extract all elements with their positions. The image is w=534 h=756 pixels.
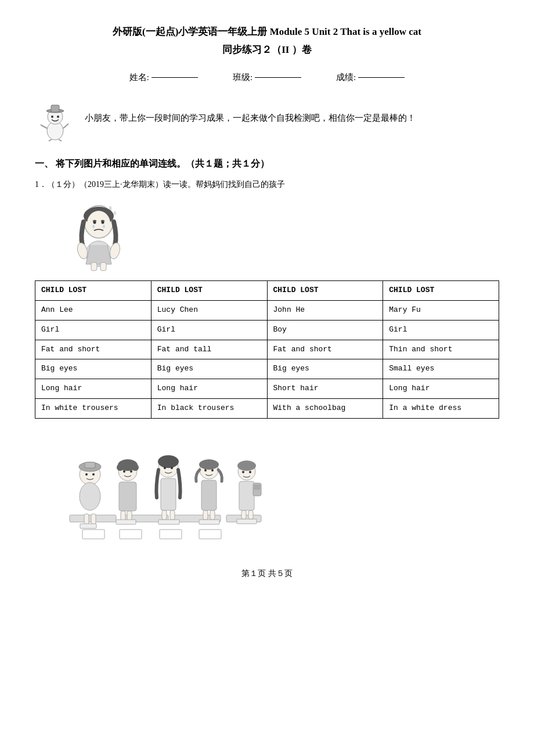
table-cell-2-1: Girl	[151, 320, 267, 340]
table-cell-5-1: Long hair	[151, 379, 267, 399]
table-cell-3-3: Thin and short	[383, 340, 499, 359]
table-cell-6-3: In a white dress	[383, 398, 499, 418]
class-field: 班级:	[233, 70, 301, 84]
svg-point-54	[171, 467, 173, 469]
svg-rect-55	[161, 478, 176, 510]
svg-rect-57	[170, 510, 175, 520]
svg-point-18	[87, 211, 110, 236]
children-group-image	[58, 428, 267, 544]
table-cell-5-3: Long hair	[383, 379, 499, 399]
name-label: 姓名:	[129, 70, 149, 84]
svg-rect-26	[91, 262, 97, 271]
svg-point-43	[117, 464, 124, 471]
name-field: 姓名:	[129, 70, 198, 84]
table-cell-1-1: Lucy Chen	[151, 300, 267, 320]
table-cell-2-0: Girl	[35, 320, 151, 340]
table-cell-5-2: Short hair	[267, 379, 383, 399]
svg-rect-76	[237, 519, 257, 524]
table-cell-0-3: CHILD LOST	[383, 281, 499, 301]
svg-point-37	[80, 483, 100, 510]
svg-rect-27	[100, 262, 106, 271]
svg-rect-73	[254, 485, 260, 489]
mascot-icon	[35, 102, 75, 142]
table-cell-4-2: Big eyes	[267, 359, 383, 379]
section1-title: 一、 将下列图片和相应的单词连线。（共１题；共１分）	[35, 156, 269, 171]
table-cell-1-0: Ann Lee	[35, 300, 151, 320]
table-row: GirlGirlBoyGirl	[35, 320, 499, 340]
svg-point-60	[199, 459, 219, 470]
table-cell-6-2: With a schoolbag	[267, 398, 383, 418]
svg-rect-78	[120, 530, 142, 539]
table-cell-5-0: Long hair	[35, 379, 151, 399]
svg-rect-75	[248, 510, 253, 519]
svg-point-46	[130, 470, 132, 473]
svg-point-69	[242, 471, 244, 473]
svg-point-20	[102, 221, 104, 224]
table-row: Ann LeeLucy ChenJohn HeMary Fu	[35, 300, 499, 320]
table-cell-3-0: Fat and short	[35, 340, 151, 359]
svg-point-44	[132, 464, 139, 471]
table-cell-3-1: Fat and tall	[151, 340, 267, 359]
svg-rect-56	[162, 510, 167, 520]
lost-child-image	[58, 196, 139, 271]
table-row: CHILD LOSTCHILD LOSTCHILD LOSTCHILD LOST	[35, 281, 499, 301]
table-cell-1-3: Mary Fu	[383, 300, 499, 320]
svg-rect-79	[160, 530, 182, 539]
svg-rect-80	[199, 530, 221, 539]
svg-rect-74	[241, 510, 246, 519]
page-title: 外研版(一起点)小学英语一年级上册 Module 5 Unit 2 That i…	[35, 23, 499, 59]
table-cell-1-2: John He	[267, 300, 383, 320]
svg-rect-39	[91, 514, 96, 524]
svg-point-4	[51, 116, 53, 118]
svg-point-45	[123, 470, 125, 473]
table-cell-4-1: Big eyes	[151, 359, 267, 379]
table-cell-0-1: CHILD LOST	[151, 281, 267, 301]
svg-rect-64	[203, 510, 208, 520]
question1-label: 1．（１分）（2019三上·龙华期末）读一读。帮妈妈们找到自己的孩子	[35, 178, 499, 191]
svg-point-70	[249, 471, 251, 473]
svg-rect-38	[84, 514, 89, 524]
svg-line-7	[63, 124, 68, 128]
svg-rect-34	[85, 462, 95, 468]
svg-point-68	[237, 460, 256, 471]
table-row: Big eyesBig eyesBig eyesSmall eyes	[35, 359, 499, 379]
svg-point-13	[114, 211, 116, 215]
table-row: In white trousersIn black trousersWith a…	[35, 398, 499, 418]
class-underline	[255, 77, 301, 78]
page-footer: 第１页 共５页	[35, 567, 499, 580]
student-info-section: 姓名: 班级: 成绩:	[35, 70, 499, 84]
table-cell-3-2: Fat and short	[267, 340, 383, 359]
svg-rect-63	[201, 480, 217, 510]
svg-point-52	[158, 455, 179, 468]
svg-rect-40	[80, 524, 96, 528]
svg-point-53	[164, 467, 166, 469]
footer-text: 第１页 共５页	[241, 569, 293, 578]
svg-rect-47	[119, 482, 136, 511]
svg-point-5	[57, 116, 59, 118]
svg-rect-71	[239, 481, 254, 510]
svg-rect-77	[82, 530, 104, 539]
score-field: 成绩:	[336, 70, 405, 84]
svg-rect-58	[158, 520, 179, 524]
svg-point-19	[93, 221, 96, 224]
mascot-section: 小朋友，带上你一段时间的学习成果，一起来做个自我检测吧，相信你一定是最棒的！	[35, 102, 499, 142]
svg-line-8	[49, 139, 52, 141]
svg-rect-65	[210, 510, 215, 520]
title-line1: 外研版(一起点)小学英语一年级上册 Module 5 Unit 2 That i…	[35, 23, 499, 41]
score-underline	[358, 77, 405, 78]
title-line2: 同步练习２（II ）卷	[35, 41, 499, 59]
table-cell-2-3: Girl	[383, 320, 499, 340]
svg-point-22	[103, 225, 105, 228]
section1-header: 一、 将下列图片和相应的单词连线。（共１题；共１分）	[35, 156, 499, 171]
svg-rect-3	[51, 105, 59, 112]
table-cell-4-3: Small eyes	[383, 359, 499, 379]
svg-point-62	[211, 469, 214, 471]
svg-rect-48	[121, 511, 125, 520]
table-cell-0-2: CHILD LOST	[267, 281, 383, 301]
table-row: Long hairLong hairShort hairLong hair	[35, 379, 499, 399]
score-label: 成绩:	[336, 70, 356, 84]
mascot-message: 小朋友，带上你一段时间的学习成果，一起来做个自我检测吧，相信你一定是最棒的！	[85, 102, 416, 125]
svg-point-35	[85, 473, 88, 476]
class-label: 班级:	[233, 70, 252, 84]
table-cell-2-2: Boy	[267, 320, 383, 340]
